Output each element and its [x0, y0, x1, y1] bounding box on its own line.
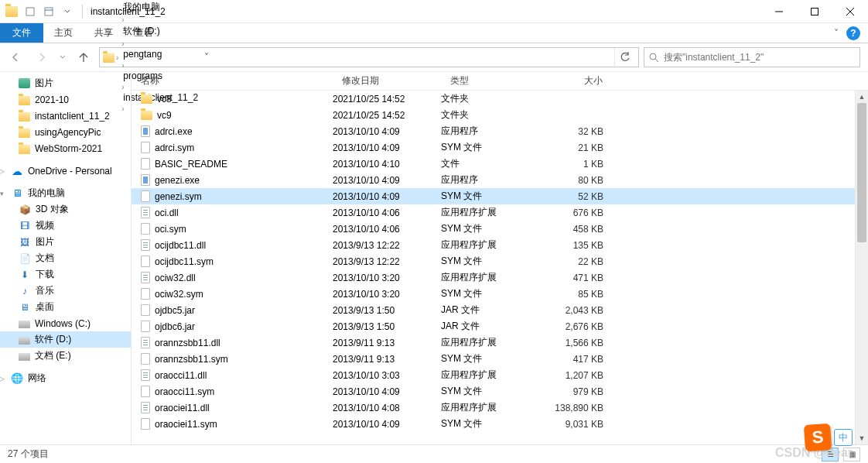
search-input[interactable] — [664, 52, 855, 63]
file-row[interactable]: oraocci11.dll 2013/10/10 3:03 应用程序扩展 1,2… — [132, 367, 868, 383]
file-size: 138,890 KB — [534, 403, 619, 413]
file-row[interactable]: adrci.exe 2013/10/10 4:09 应用程序 32 KB — [132, 123, 868, 139]
qat-properties-icon[interactable] — [40, 3, 57, 20]
scroll-up-icon[interactable]: ▲ — [856, 91, 868, 103]
col-size-header[interactable]: 大小 — [534, 74, 619, 87]
file-size: 417 KB — [534, 354, 619, 365]
network-node[interactable]: ▷ 🌐 网络 — [0, 370, 131, 386]
file-row[interactable]: ocijdbc11.sym 2013/9/13 12:22 SYM 文件 22 … — [132, 253, 868, 269]
file-row[interactable]: BASIC_README 2013/10/10 4:10 文件 1 KB — [132, 156, 868, 172]
network-icon: 🌐 — [11, 372, 23, 385]
qat-pin-icon[interactable] — [22, 3, 39, 20]
navigation-pane[interactable]: 图片2021-10instantclient_11_2usingAgencyPi… — [0, 72, 132, 444]
onedrive-node[interactable]: ▷ ☁ OneDrive - Personal — [0, 163, 131, 179]
sym-icon — [141, 142, 150, 153]
file-type: SYM 文件 — [441, 385, 534, 398]
nav-item[interactable]: 📦3D 对象 — [0, 201, 131, 218]
breadcrumb-bar[interactable]: › 我的电脑›软件 (D:)›pengtang›programs›instant… — [99, 47, 639, 67]
file-list[interactable]: vc8 2021/10/25 14:52 文件夹 vc9 2021/10/25 … — [132, 91, 868, 444]
file-row[interactable]: oraociei11.sym 2013/10/10 4:09 SYM 文件 9,… — [132, 416, 868, 432]
folder-icon — [141, 111, 152, 120]
ime-indicator[interactable]: S 中 — [805, 424, 853, 451]
nav-item[interactable]: ⬇下载 — [0, 266, 131, 283]
refresh-button[interactable] — [614, 48, 635, 67]
search-icon — [649, 53, 659, 63]
col-type-header[interactable]: 类型 — [441, 74, 534, 87]
svg-rect-0 — [26, 8, 34, 15]
file-tab[interactable]: 文件 — [0, 23, 43, 43]
scroll-down-icon[interactable]: ▼ — [856, 432, 868, 444]
file-size: 2,676 KB — [534, 321, 619, 332]
up-button[interactable] — [73, 46, 94, 68]
scrollbar-thumb[interactable] — [857, 103, 866, 242]
breadcrumb-item[interactable]: 软件 (D:) — [120, 25, 201, 38]
nav-item[interactable]: 软件 (D:) — [0, 331, 131, 348]
file-row[interactable]: ociw32.sym 2013/10/10 3:20 SYM 文件 85 KB — [132, 286, 868, 302]
nav-item[interactable]: 2021-10 — [0, 91, 131, 108]
nav-item[interactable]: 文档 (E:) — [0, 348, 131, 364]
close-button[interactable] — [832, 0, 868, 23]
nav-item[interactable]: 图片 — [0, 75, 131, 91]
expand-icon[interactable]: ▷ — [0, 167, 6, 175]
help-icon[interactable]: ? — [846, 26, 860, 40]
column-headers[interactable]: 名称 修改日期 类型 大小 — [132, 72, 868, 91]
nav-item-label: WebStorm-2021 — [35, 143, 102, 154]
address-dropdown-icon[interactable]: ˅ — [201, 52, 212, 63]
maximize-button[interactable] — [797, 0, 832, 23]
chevron-right-icon[interactable]: › — [114, 53, 120, 62]
qat-dropdown-icon[interactable] — [59, 3, 76, 20]
minimize-button[interactable] — [761, 0, 797, 23]
chevron-right-icon[interactable]: › — [120, 39, 125, 48]
home-tab[interactable]: 主页 — [43, 23, 84, 43]
expand-icon[interactable]: ▷ — [0, 375, 6, 382]
file-row[interactable]: oci.dll 2013/10/10 4:06 应用程序扩展 676 KB — [132, 204, 868, 221]
nav-item[interactable]: 🎞视频 — [0, 218, 131, 234]
nav-item[interactable]: 🖥桌面 — [0, 299, 131, 315]
file-row[interactable]: oci.sym 2013/10/10 4:06 SYM 文件 458 KB — [132, 221, 868, 237]
breadcrumb-item[interactable]: 我的电脑 — [120, 1, 201, 14]
file-row[interactable]: oraocci11.sym 2013/10/10 4:09 SYM 文件 979… — [132, 383, 868, 400]
file-row[interactable]: orannzsbb11.dll 2013/9/11 9:13 应用程序扩展 1,… — [132, 334, 868, 351]
file-row[interactable]: oraociei11.dll 2013/10/10 4:08 应用程序扩展 13… — [132, 400, 868, 416]
recent-dropdown-icon[interactable] — [57, 46, 68, 68]
folder-icon: 📄 — [19, 252, 31, 265]
file-size: 2,043 KB — [534, 305, 619, 316]
chevron-right-icon[interactable]: › — [120, 61, 125, 70]
nav-item[interactable]: instantclient_11_2 — [0, 108, 131, 124]
network-label: 网络 — [28, 372, 46, 385]
nav-item[interactable]: usingAgencyPic — [0, 124, 131, 140]
back-button[interactable] — [5, 46, 26, 68]
file-row[interactable]: ojdbc5.jar 2013/9/13 1:50 JAR 文件 2,043 K… — [132, 302, 868, 318]
nav-item-label: 2021-10 — [35, 94, 69, 105]
vertical-scrollbar[interactable]: ▲ ▼ — [855, 91, 868, 444]
search-box[interactable] — [644, 47, 860, 67]
file-row[interactable]: ojdbc6.jar 2013/9/13 1:50 JAR 文件 2,676 K… — [132, 318, 868, 334]
forward-button[interactable] — [31, 46, 53, 68]
file-row[interactable]: genezi.sym 2013/10/10 4:09 SYM 文件 52 KB — [132, 188, 868, 204]
file-row[interactable]: vc8 2021/10/25 14:52 文件夹 — [132, 91, 868, 107]
svg-line-8 — [655, 59, 658, 62]
nav-item[interactable]: 🖼图片 — [0, 234, 131, 250]
this-pc-node[interactable]: ▾ 🖥 我的电脑 — [0, 185, 131, 201]
ribbon-expand-icon[interactable]: ˅ — [834, 28, 839, 39]
nav-item[interactable]: 📄文档 — [0, 250, 131, 266]
col-date-header[interactable]: 修改日期 — [333, 74, 441, 87]
chevron-right-icon[interactable]: › — [120, 15, 125, 24]
file-row[interactable]: ociw32.dll 2013/10/10 3:20 应用程序扩展 471 KB — [132, 269, 868, 286]
col-name-header[interactable]: 名称 — [132, 74, 333, 87]
share-tab[interactable]: 共享 — [84, 23, 124, 43]
nav-item[interactable]: ♪音乐 — [0, 283, 131, 299]
file-row[interactable]: genezi.exe 2013/10/10 4:09 应用程序 80 KB — [132, 172, 868, 188]
ime-lang-badge[interactable]: 中 — [834, 429, 853, 446]
file-date: 2013/9/11 9:13 — [333, 338, 441, 348]
nav-item[interactable]: WebStorm-2021 — [0, 140, 131, 156]
file-row[interactable]: vc9 2021/10/25 14:52 文件夹 — [132, 107, 868, 123]
window-icon[interactable] — [3, 3, 20, 20]
file-row[interactable]: adrci.sym 2013/10/10 4:09 SYM 文件 21 KB — [132, 139, 868, 156]
nav-item[interactable]: Windows (C:) — [0, 315, 131, 331]
breadcrumb-item[interactable]: pengtang — [120, 49, 201, 60]
file-row[interactable]: ocijdbc11.dll 2013/9/13 12:22 应用程序扩展 135… — [132, 237, 868, 253]
item-count: 27 个项目 — [8, 448, 49, 461]
file-row[interactable]: orannzsbb11.sym 2013/9/11 9:13 SYM 文件 41… — [132, 351, 868, 367]
collapse-icon[interactable]: ▾ — [0, 190, 6, 197]
